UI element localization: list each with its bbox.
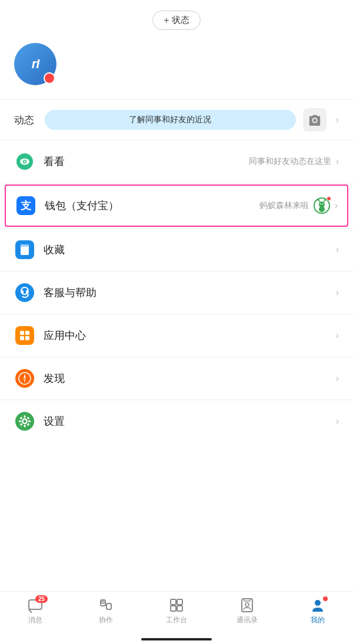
- top-bar: + 状态: [0, 0, 353, 37]
- svg-rect-35: [24, 415, 26, 418]
- dongtai-bubble[interactable]: 了解同事和好友的近况: [45, 110, 296, 130]
- svg-rect-48: [171, 599, 176, 605]
- svg-text:支: 支: [20, 200, 32, 212]
- bookmark-icon: [15, 240, 34, 259]
- avatar-text: rI: [32, 56, 39, 72]
- add-status-label: 状态: [172, 15, 189, 26]
- svg-rect-50: [171, 606, 176, 611]
- svg-point-34: [24, 420, 26, 423]
- svg-rect-36: [24, 425, 26, 427]
- customer-service-right: ›: [336, 287, 339, 298]
- discover-right: ›: [336, 373, 339, 384]
- svg-rect-51: [177, 606, 182, 611]
- settings-right: ›: [336, 416, 339, 427]
- svg-rect-25: [25, 331, 29, 335]
- svg-rect-27: [25, 336, 29, 340]
- svg-point-4: [24, 161, 26, 163]
- compass-icon: [15, 369, 34, 388]
- nav-item-messages[interactable]: 25 消息: [18, 598, 53, 625]
- nav-messages-icon-wrap: 25: [28, 598, 43, 613]
- dongtai-chevron: ›: [336, 115, 339, 125]
- svg-rect-21: [21, 290, 24, 294]
- settings-icon-wrap: [14, 411, 35, 432]
- menu-item-discover[interactable]: 发现 ›: [0, 357, 353, 400]
- ant-forest-dot: [327, 196, 331, 201]
- menu-item-app-center[interactable]: 应用中心 ›: [0, 314, 353, 357]
- eye-icon: [15, 152, 34, 171]
- nav-mine-icon-wrap: [310, 598, 325, 613]
- dongtai-row[interactable]: 动态 了解同事和好友的近况 ›: [0, 100, 353, 140]
- menu-item-favorites[interactable]: 收藏 ›: [0, 229, 353, 271]
- nav-messages-label: 消息: [28, 615, 42, 625]
- svg-rect-37: [19, 421, 21, 422]
- mine-dot: [323, 596, 328, 601]
- settings-chevron: ›: [336, 416, 339, 427]
- nav-contacts-label: 通讯录: [237, 615, 258, 625]
- wallet-icon-wrap: 支: [15, 195, 36, 216]
- nav-cooperation-icon-wrap: [98, 598, 114, 613]
- gear-icon: [15, 412, 34, 431]
- customer-service-label: 客服与帮助: [44, 286, 336, 300]
- menu-item-kankang[interactable]: 看看 同事和好友动态在这里 ›: [0, 140, 353, 183]
- settings-label: 设置: [44, 414, 336, 428]
- app-center-label: 应用中心: [44, 328, 336, 343]
- svg-point-47: [102, 601, 104, 603]
- svg-point-19: [15, 283, 34, 302]
- camera-icon: [308, 113, 321, 126]
- svg-rect-22: [26, 290, 28, 294]
- svg-rect-24: [20, 331, 24, 335]
- discover-chevron: ›: [336, 373, 339, 384]
- svg-point-54: [245, 603, 249, 606]
- wallet-right-text: 蚂蚁森林来啦: [259, 200, 309, 211]
- nav-contacts-icon-wrap: [239, 598, 255, 613]
- svg-point-14: [320, 203, 321, 204]
- app-center-chevron: ›: [336, 330, 339, 341]
- nav-cooperation-label: 协作: [99, 615, 113, 625]
- menu-item-customer-service[interactable]: 客服与帮助 ›: [0, 271, 353, 314]
- favorites-right: ›: [336, 244, 339, 255]
- svg-rect-53: [244, 599, 250, 601]
- svg-rect-49: [177, 599, 182, 605]
- app-center-right: ›: [336, 330, 339, 341]
- svg-point-12: [317, 199, 319, 201]
- nav-item-contacts[interactable]: 通讯录: [229, 598, 265, 625]
- wallet-right: 蚂蚁森林来啦 ›: [259, 197, 338, 214]
- svg-rect-26: [20, 336, 24, 340]
- svg-point-28: [15, 369, 34, 388]
- avatar-badge: [44, 72, 55, 84]
- nav-workbench-icon-wrap: [169, 598, 184, 613]
- menu-item-settings[interactable]: 设置 ›: [0, 400, 353, 442]
- add-status-button[interactable]: + 状态: [152, 11, 200, 30]
- dongtai-label: 动态: [14, 113, 38, 127]
- kankang-icon-wrap: [14, 151, 35, 172]
- appstore-icon: [15, 326, 34, 345]
- avatar-container[interactable]: rI: [14, 43, 56, 85]
- discover-icon-wrap: [14, 368, 35, 389]
- nav-item-mine[interactable]: 我的: [300, 598, 335, 625]
- svg-rect-38: [28, 421, 31, 422]
- bottom-nav: 25 消息 协作 工作台: [0, 591, 353, 644]
- nav-item-workbench[interactable]: 工作台: [159, 598, 194, 625]
- wallet-chevron: ›: [335, 200, 338, 211]
- messages-badge: 25: [35, 595, 48, 603]
- discover-label: 发现: [44, 371, 336, 385]
- camera-button[interactable]: [303, 108, 327, 132]
- customer-service-chevron: ›: [336, 287, 339, 298]
- nav-workbench-label: 工作台: [166, 615, 187, 625]
- alipay-icon: 支: [16, 196, 35, 215]
- plus-icon: +: [164, 15, 169, 26]
- contacts-icon: [239, 598, 255, 613]
- nav-item-cooperation[interactable]: 协作: [88, 598, 124, 625]
- svg-rect-18: [21, 244, 29, 247]
- ant-forest-icon-container: [314, 197, 330, 214]
- profile-area: rI: [0, 37, 353, 99]
- kankang-label: 看看: [44, 155, 249, 169]
- favorites-chevron: ›: [336, 244, 339, 255]
- favorites-icon-wrap: [14, 239, 35, 260]
- kankang-right-text: 同事和好友动态在这里: [249, 156, 331, 167]
- headset-icon: [15, 283, 34, 302]
- svg-point-55: [315, 600, 321, 606]
- menu-item-wallet[interactable]: 支 钱包（支付宝） 蚂蚁森林来啦 ›: [5, 185, 348, 227]
- nav-mine-label: 我的: [311, 615, 325, 625]
- kankang-chevron: ›: [336, 156, 339, 167]
